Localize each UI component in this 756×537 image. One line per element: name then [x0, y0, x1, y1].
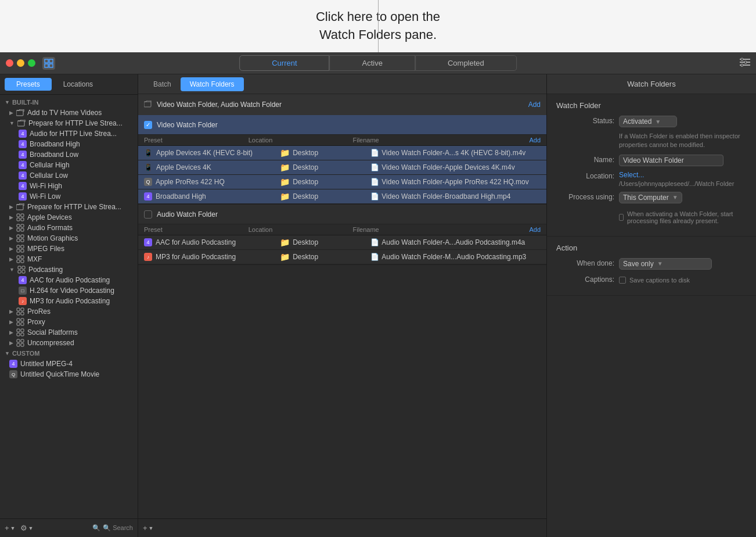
sidebar-item-apple-devices[interactable]: ▶ Apple Devices — [0, 212, 138, 223]
video-folder-checkbox[interactable]: ✓ — [144, 121, 152, 129]
tab-completed[interactable]: Completed — [415, 55, 517, 71]
sidebar-tab-presets[interactable]: Presets — [5, 78, 52, 91]
audio-row-1[interactable]: 4 AAC for Audio Podcasting 📁 Desktop 📄 A… — [138, 235, 546, 250]
preset-col-1: 📱 Apple Devices 4K (HEVC 8-bit) — [144, 149, 280, 157]
sidebar-item-http-live-2[interactable]: ▶ Prepare for HTTP Live Strea... — [0, 202, 138, 212]
sidebar-item-broadband-high[interactable]: 4 Broadband High — [0, 139, 138, 149]
preset-col-3: Q Apple ProRes 422 HQ — [144, 178, 280, 186]
sidebar-item-broadband-low[interactable]: 4 Broadband Low — [0, 149, 138, 160]
tab-batch[interactable]: Batch — [144, 77, 181, 91]
status-note-row: If a Watch Folder is enabled then inspec… — [556, 132, 747, 150]
audio-folder-checkbox[interactable] — [144, 210, 152, 219]
sidebar-item-proxy[interactable]: ▶ Proxy — [0, 317, 138, 327]
audio-col-header-preset: Preset — [144, 226, 249, 233]
sidebar-item-wifi-high[interactable]: 4 Wi-Fi High — [0, 181, 138, 191]
svg-rect-34 — [22, 266, 25, 269]
section-header-built-in[interactable]: ▼ BUILT-IN — [0, 97, 138, 108]
captions-checkbox-wrapper: Save captions to disk — [619, 277, 690, 284]
status-select[interactable]: Activated ▼ — [619, 116, 677, 127]
sidebar-tab-locations[interactable]: Locations — [52, 78, 105, 91]
sidebar-item-mp3-podcasting[interactable]: ♪ MP3 for Audio Podcasting — [0, 296, 138, 306]
video-row-2[interactable]: 📱 Apple Devices 4K 📁 Desktop 📄 Video Wat… — [138, 160, 546, 175]
action-section-title: Action — [556, 244, 747, 252]
audio-watch-folder-header[interactable]: Audio Watch Folder — [138, 205, 546, 224]
captions-checkbox[interactable] — [619, 277, 626, 284]
process-select[interactable]: This Computer ▼ — [619, 192, 682, 203]
search-field[interactable]: 🔍 🔍 Search — [92, 524, 133, 532]
chevron-add-tv: ▶ — [9, 110, 13, 116]
sidebar-item-add-tv[interactable]: ▶ Add to TV Home Videos — [0, 108, 138, 118]
traffic-lights — [6, 59, 35, 67]
name-input[interactable] — [619, 155, 723, 166]
tooltip-area: Click here to open the Watch Folders pan… — [0, 0, 756, 52]
close-button[interactable] — [6, 59, 13, 67]
sidebar-item-audio-http[interactable]: 4 Audio for HTTP Live Strea... — [0, 128, 138, 139]
sidebar-item-label-apple-devices: Apple Devices — [27, 213, 72, 221]
tab-current[interactable]: Current — [239, 55, 329, 71]
video-row-1[interactable]: 📱 Apple Devices 4K (HEVC 8-bit) 📁 Deskto… — [138, 146, 546, 160]
settings-icon[interactable] — [740, 57, 750, 70]
sidebar-item-mxf[interactable]: ▶ MXF — [0, 254, 138, 264]
svg-rect-53 — [144, 102, 151, 107]
captions-label: Captions: — [556, 274, 614, 284]
sidebar-item-aac-podcasting[interactable]: 4 AAC for Audio Podcasting — [0, 275, 138, 285]
window-icon[interactable] — [42, 57, 55, 70]
sidebar-item-podcasting[interactable]: ▼ Podcasting — [0, 264, 138, 275]
svg-rect-42 — [21, 318, 24, 321]
svg-rect-27 — [17, 249, 20, 252]
sidebar-item-http-live-1[interactable]: ▼ Prepare for HTTP Live Strea... — [0, 118, 138, 128]
settings-button[interactable]: ⚙ ▼ — [20, 524, 34, 532]
sidebar-item-motion-graphics[interactable]: ▶ Motion Graphics — [0, 233, 138, 244]
svg-rect-10 — [16, 110, 23, 116]
folder-icon-4: 📁 — [280, 192, 290, 201]
group-add-button[interactable]: Add — [528, 101, 541, 109]
group-icon-prores — [16, 307, 24, 316]
location-label: Location: — [556, 171, 614, 180]
tab-active[interactable]: Active — [330, 55, 415, 71]
svg-rect-26 — [21, 245, 24, 248]
center-add-button[interactable]: + ▼ — [143, 524, 154, 532]
sidebar-item-mpeg-files[interactable]: ▶ MPEG Files — [0, 244, 138, 254]
status-select-arrow: ▼ — [655, 119, 661, 125]
filename-col-2: 📄 Video Watch Folder-Apple Devices 4K.m4… — [370, 163, 541, 171]
location-select-link[interactable]: Select... — [619, 171, 644, 179]
svg-rect-49 — [17, 339, 20, 342]
sidebar-item-label-untitled-mpeg4: Untitled MPEG-4 — [20, 360, 73, 368]
sidebar-item-untitled-mpeg4[interactable]: 4 Untitled MPEG-4 — [0, 359, 138, 369]
sidebar-item-cellular-low[interactable]: 4 Cellular Low — [0, 170, 138, 181]
audio-filename-col-2: 📄 Audio Watch Folder-M...Audio Podcastin… — [370, 253, 541, 261]
add-preset-button[interactable]: + ▼ — [5, 524, 16, 532]
sidebar-item-cellular-high[interactable]: 4 Cellular High — [0, 160, 138, 170]
when-done-select[interactable]: Save only ▼ — [619, 258, 712, 270]
location-path: /Users/johnnyappleseed/.../Watch Folder — [619, 180, 734, 187]
sidebar-item-audio-formats[interactable]: ▶ Audio Formats — [0, 223, 138, 233]
sidebar-item-social-platforms[interactable]: ▶ Social Platforms — [0, 327, 138, 338]
fullscreen-button[interactable] — [28, 59, 35, 67]
audio-file-icon-1: 📄 — [370, 238, 379, 246]
sidebar-item-wifi-low[interactable]: 4 Wi-Fi Low — [0, 191, 138, 202]
video-row-3[interactable]: Q Apple ProRes 422 HQ 📁 Desktop 📄 Video … — [138, 175, 546, 189]
sidebar-item-uncompressed[interactable]: ▶ Uncompressed — [0, 338, 138, 348]
action-section: Action When done: Save only ▼ Captions: — [547, 237, 756, 296]
audio-row-2[interactable]: ♪ MP3 for Audio Podcasting 📁 Desktop 📄 A… — [138, 250, 546, 264]
tab-watch-folders[interactable]: Watch Folders — [181, 77, 244, 91]
col-header-add[interactable]: Add — [509, 137, 541, 144]
video-watch-folder-header[interactable]: ✓ Video Watch Folder — [138, 115, 546, 135]
audio-col-header-add[interactable]: Add — [509, 226, 541, 233]
svg-rect-35 — [18, 270, 21, 273]
minimize-button[interactable] — [17, 59, 24, 67]
section-header-custom[interactable]: ▼ CUSTOM — [0, 348, 138, 359]
status-value: Activated ▼ — [619, 116, 747, 127]
activate-checkbox[interactable] — [619, 214, 624, 221]
group-label: Video Watch Folder, Audio Watch Folder — [157, 101, 282, 109]
watch-folder-properties: Watch Folder Status: Activated ▼ If a Wa… — [547, 94, 756, 237]
sidebar-item-h264-podcasting[interactable]: □ H.264 for Video Podcasting — [0, 285, 138, 296]
svg-point-9 — [741, 64, 743, 66]
sidebar-item-prores[interactable]: ▶ ProRes — [0, 306, 138, 317]
svg-rect-39 — [17, 312, 20, 315]
right-panel: Watch Folders Watch Folder Status: Activ… — [547, 74, 756, 537]
file-icon-4: 📄 — [370, 192, 379, 201]
video-row-4[interactable]: 4 Broadband High 📁 Desktop 📄 Video Watch… — [138, 189, 546, 204]
sidebar-item-untitled-quicktime[interactable]: Q Untitled QuickTime Movie — [0, 369, 138, 380]
badge-h264-podcasting: □ — [19, 287, 27, 295]
